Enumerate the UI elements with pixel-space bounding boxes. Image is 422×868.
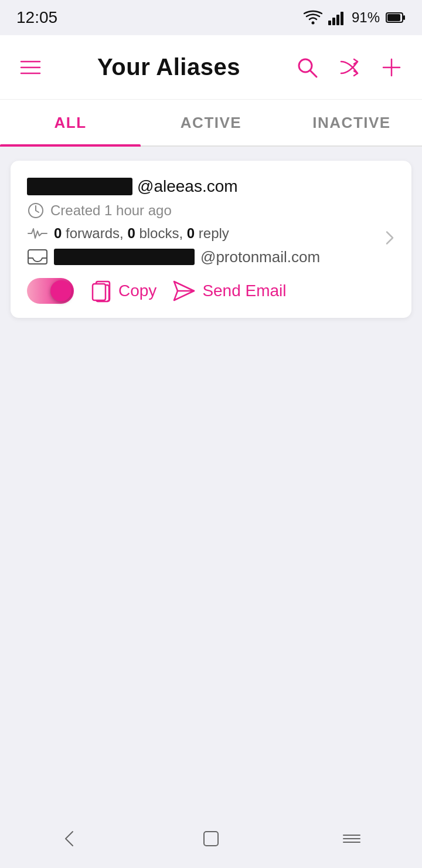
svg-rect-3: [336, 15, 339, 25]
page-title: Your Aliases: [97, 54, 240, 80]
battery-text: 91%: [352, 9, 380, 26]
tab-active[interactable]: ACTIVE: [141, 100, 281, 145]
recent-apps-button[interactable]: [340, 827, 363, 850]
activity-icon: [27, 225, 48, 242]
wifi-icon: [304, 10, 322, 25]
send-email-icon: [173, 280, 195, 301]
tab-all[interactable]: ALL: [0, 100, 141, 145]
back-button[interactable]: [59, 827, 82, 850]
send-email-label: Send Email: [202, 282, 286, 300]
content-area: @aleeas.com Created 1 hour ago 0 forward…: [0, 147, 422, 733]
status-icons: 91%: [304, 9, 406, 26]
svg-rect-21: [204, 832, 218, 846]
search-icon: [294, 55, 320, 80]
svg-rect-6: [403, 15, 405, 20]
menu-button[interactable]: [18, 55, 43, 80]
svg-point-0: [311, 22, 314, 25]
app-bar-actions: [294, 55, 404, 80]
svg-rect-1: [328, 21, 331, 25]
alias-actions-row: Copy Send Email: [27, 278, 395, 304]
alias-detail-chevron[interactable]: [381, 228, 397, 251]
clock-icon: [27, 202, 45, 219]
home-icon: [199, 827, 223, 850]
svg-rect-2: [332, 18, 335, 25]
search-button[interactable]: [294, 55, 320, 80]
alias-created-text: Created 1 hour ago: [50, 202, 172, 219]
inbox-icon: [27, 247, 48, 266]
tab-inactive[interactable]: INACTIVE: [281, 100, 422, 145]
copy-label: Copy: [118, 282, 156, 300]
shuffle-icon: [336, 55, 362, 80]
app-bar: Your Aliases: [0, 35, 422, 100]
alias-stats-text: 0 forwards, 0 blocks, 0 reply: [54, 225, 229, 242]
alias-email-domain: @aleeas.com: [137, 177, 238, 196]
shuffle-button[interactable]: [336, 55, 362, 80]
svg-rect-4: [341, 12, 343, 25]
nav-bar: [0, 809, 422, 868]
alias-email-local-redacted: [27, 178, 132, 195]
svg-rect-18: [93, 284, 106, 300]
hamburger-icon: [18, 55, 43, 80]
send-email-button[interactable]: Send Email: [173, 280, 286, 301]
battery-icon: [386, 11, 406, 24]
alias-recipient-row: @protonmail.com: [27, 247, 395, 266]
add-button[interactable]: [379, 55, 404, 80]
back-icon: [59, 827, 82, 850]
alias-toggle[interactable]: [27, 278, 74, 304]
signal-icon: [328, 10, 346, 25]
alias-card: @aleeas.com Created 1 hour ago 0 forward…: [11, 161, 411, 318]
copy-button[interactable]: Copy: [90, 279, 156, 303]
svg-line-12: [310, 70, 316, 77]
alias-recipient-domain: @protonmail.com: [200, 248, 320, 266]
alias-email-row: @aleeas.com: [27, 177, 395, 196]
alias-stats-row: 0 forwards, 0 blocks, 0 reply: [27, 225, 395, 242]
status-bar: 12:05 91%: [0, 0, 422, 35]
alias-created-row: Created 1 hour ago: [27, 202, 395, 219]
status-time: 12:05: [16, 8, 57, 27]
toggle-track: [27, 278, 74, 304]
svg-rect-7: [387, 14, 400, 21]
alias-recipient-local-redacted: [54, 249, 195, 265]
copy-icon: [90, 279, 111, 303]
home-button[interactable]: [199, 827, 223, 850]
add-icon: [379, 55, 404, 80]
recent-apps-icon: [340, 827, 363, 850]
tabs: ALL ACTIVE INACTIVE: [0, 100, 422, 147]
toggle-thumb: [50, 280, 72, 301]
